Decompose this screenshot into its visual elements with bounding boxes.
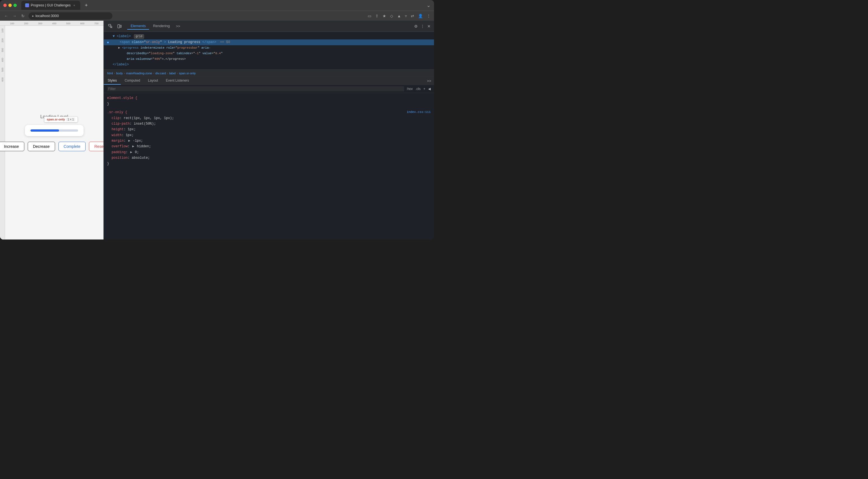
forward-button[interactable]: → <box>12 14 17 18</box>
overflow-expand[interactable]: ▶ <box>132 145 134 149</box>
tab-rendering[interactable]: Rendering <box>150 23 173 30</box>
active-tab[interactable]: Progress | GUI Challenges × <box>21 1 80 10</box>
close-button[interactable] <box>3 4 7 7</box>
dom-line-progress: ▶ <progress indeterminate role="progress… <box>104 45 434 51</box>
inspector-icon[interactable] <box>107 23 114 30</box>
address-bar-actions: ▭ ⇧ ★ ◇ ▲ ▿ ⇄ 👤 ⋮ <box>368 14 431 18</box>
styles-tab-more[interactable]: >> <box>424 77 434 85</box>
device-icon[interactable] <box>116 23 123 30</box>
lock-icon: ● <box>32 14 34 18</box>
menu-icon[interactable]: ⋮ <box>427 14 431 18</box>
title-bar: Progress | GUI Challenges × + ⌄ <box>0 0 434 11</box>
filter-bar: :hov .cls + ◀ <box>104 85 434 93</box>
breadcrumb-div[interactable]: div.card <box>155 71 166 75</box>
prop-clip: clip: rect(1px, 1px, 1px, 1px); <box>107 116 431 121</box>
breadcrumb-main[interactable]: main#loading-zone <box>126 71 152 75</box>
prop-overflow: overflow: ▶ hidden; <box>107 143 431 149</box>
prop-padding: padding: ▶ 0; <box>107 150 431 155</box>
decrease-button[interactable]: Decrease <box>28 142 55 151</box>
url-field[interactable]: ● localhost:3000 <box>29 12 113 20</box>
progress-bar-wrapper <box>30 129 78 132</box>
padding-expand[interactable]: ▶ <box>130 150 132 154</box>
span-tooltip: span.sr-only 1 × 1 <box>44 117 78 122</box>
ruler-mark-500: 500 <box>61 22 75 25</box>
ruler-mark-400: 400 <box>47 22 61 25</box>
ruler-left-200: 200 <box>1 38 4 42</box>
styles-panel: Styles Computed Layout Event Listeners >… <box>104 77 434 240</box>
puzzle-icon[interactable]: ▿ <box>405 14 407 18</box>
breadcrumb-html[interactable]: html <box>107 71 113 75</box>
prop-position: position: absolute; <box>107 155 431 161</box>
ruler-left-100: 100 <box>1 29 4 33</box>
person-icon[interactable]: 👤 <box>418 14 423 18</box>
webpage-panel: 100 200 300 400 500 600 700 100 200 300 … <box>0 21 103 240</box>
ruler-left-400: 400 <box>1 58 4 62</box>
reset-button[interactable]: Reset <box>89 142 103 151</box>
extension-icon[interactable]: ◇ <box>390 14 393 18</box>
tab-bar: Progress | GUI Challenges × + ⌄ <box>21 1 431 10</box>
hov-button[interactable]: :hov <box>406 87 413 91</box>
tab-more[interactable]: >> <box>174 24 182 28</box>
complete-button[interactable]: Complete <box>58 142 86 151</box>
element-style-close: } <box>107 101 431 107</box>
bookmark-icon[interactable]: ★ <box>382 14 386 18</box>
span-tooltip-dims: 1 × 1 <box>66 118 75 121</box>
minimize-button[interactable] <box>8 4 12 7</box>
dom-line-progress3: aria-valuenow="40%">…</progress> <box>104 57 434 62</box>
ruler-top: 100 200 300 400 500 600 700 <box>0 21 103 26</box>
increase-button[interactable]: Increase <box>0 142 24 151</box>
new-tab-button[interactable]: + <box>83 1 90 9</box>
webpage-content: Loading Level span.sr-only 1 × 1 Increas… <box>5 26 103 240</box>
share-icon[interactable]: ⇧ <box>375 14 379 18</box>
breadcrumb-body[interactable]: body <box>116 71 123 75</box>
tab-computed[interactable]: Computed <box>121 77 144 85</box>
ruler-left-300: 300 <box>1 48 4 52</box>
devtools-tabs: Elements Rendering >> <box>127 23 182 30</box>
maximize-button[interactable] <box>13 4 17 7</box>
dom-line-span[interactable]: <span class="sr-only" > Loading progress… <box>104 39 434 45</box>
prop-height: height: 1px; <box>107 127 431 132</box>
breadcrumb-span[interactable]: span.sr-only <box>179 71 196 75</box>
margin-expand[interactable]: ▶ <box>128 139 130 143</box>
sync-icon[interactable]: ⇄ <box>411 14 414 18</box>
tab-styles[interactable]: Styles <box>104 77 121 85</box>
back-button[interactable]: ← <box>3 14 9 18</box>
tab-layout[interactable]: Layout <box>144 77 162 85</box>
settings-icon[interactable]: ⚙ <box>414 24 418 29</box>
sr-only-rule: index.css:111 .sr-only { clip: rect(1px,… <box>107 109 431 166</box>
more-options-icon[interactable]: ⋮ <box>421 24 425 29</box>
url-text: localhost:3000 <box>35 14 59 18</box>
sr-only-selector: .sr-only { <box>107 110 127 114</box>
close-devtools-icon[interactable]: ✕ <box>427 24 431 29</box>
progress-bar-fill <box>30 129 59 132</box>
browser-window: Progress | GUI Challenges × + ⌄ ← → ↻ ● … <box>0 0 434 240</box>
tab-bar-more[interactable]: ⌄ <box>427 2 431 8</box>
new-rule-button[interactable]: + <box>423 87 425 91</box>
devtools-panel: Elements Rendering >> ⚙ ⋮ ✕ ▼ <label> gr… <box>103 21 434 240</box>
dom-line-label: ▼ <label> grid <box>104 34 434 39</box>
dom-tree: ▼ <label> grid <span class="sr-only" > L… <box>104 32 434 70</box>
progress-card <box>25 125 84 136</box>
breadcrumb-label[interactable]: label <box>169 71 176 75</box>
profile-icon[interactable]: ▲ <box>397 14 401 18</box>
element-style-rule: element.style { } <box>107 95 431 107</box>
element-style-selector: element.style { <box>107 95 431 101</box>
devtools-toolbar-right: ⚙ ⋮ ✕ <box>414 24 431 29</box>
svg-rect-2 <box>118 25 120 28</box>
tab-close-icon[interactable]: × <box>72 3 76 7</box>
breadcrumb-bar: html › body › main#loading-zone › div.ca… <box>104 70 434 77</box>
style-file[interactable]: index.css:111 <box>407 109 431 115</box>
styles-content: element.style { } index.css:111 .sr-only… <box>104 93 434 240</box>
filter-input[interactable] <box>107 86 404 91</box>
cls-button[interactable]: .cls <box>415 87 421 91</box>
select-rule-button[interactable]: ◀ <box>428 87 431 91</box>
tab-elements[interactable]: Elements <box>127 23 149 30</box>
ruler-mark-600: 600 <box>75 22 89 25</box>
cast-icon[interactable]: ▭ <box>368 14 371 18</box>
tab-event-listeners[interactable]: Event Listeners <box>162 77 193 85</box>
grid-badge: grid <box>134 34 144 38</box>
ruler-left-500: 500 <box>1 68 4 72</box>
filter-actions: :hov .cls + ◀ <box>406 87 431 91</box>
devtools-toolbar: Elements Rendering >> ⚙ ⋮ ✕ <box>104 21 434 32</box>
reload-button[interactable]: ↻ <box>20 14 26 18</box>
